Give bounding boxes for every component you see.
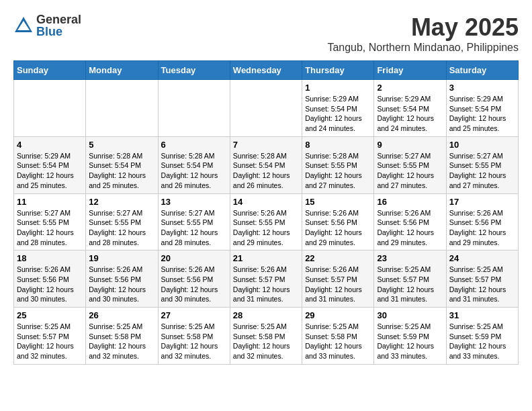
day-content: Sunrise: 5:25 AM Sunset: 5:57 PM Dayligh…: [17, 322, 83, 361]
calendar-cell: 23Sunrise: 5:25 AM Sunset: 5:57 PM Dayli…: [374, 250, 446, 308]
calendar-cell: [86, 80, 158, 137]
calendar-cell: 28Sunrise: 5:25 AM Sunset: 5:58 PM Dayli…: [230, 308, 302, 365]
calendar-cell: [14, 80, 86, 137]
calendar-cell: 2Sunrise: 5:29 AM Sunset: 5:54 PM Daylig…: [374, 80, 446, 137]
calendar-day-header: Wednesday: [230, 61, 302, 80]
calendar-cell: 30Sunrise: 5:25 AM Sunset: 5:59 PM Dayli…: [374, 308, 446, 365]
day-content: Sunrise: 5:27 AM Sunset: 5:55 PM Dayligh…: [89, 208, 154, 248]
calendar-cell: [158, 80, 230, 137]
calendar-cell: 14Sunrise: 5:26 AM Sunset: 5:55 PM Dayli…: [230, 193, 302, 250]
calendar-week-row: 25Sunrise: 5:25 AM Sunset: 5:57 PM Dayli…: [14, 308, 519, 365]
calendar-cell: 4Sunrise: 5:29 AM Sunset: 5:54 PM Daylig…: [14, 136, 86, 193]
day-number: 22: [305, 253, 371, 263]
calendar-cell: 9Sunrise: 5:27 AM Sunset: 5:55 PM Daylig…: [374, 136, 446, 193]
day-content: Sunrise: 5:26 AM Sunset: 5:56 PM Dayligh…: [89, 265, 154, 304]
calendar-cell: 22Sunrise: 5:26 AM Sunset: 5:57 PM Dayli…: [302, 250, 374, 308]
calendar-cell: 15Sunrise: 5:26 AM Sunset: 5:56 PM Dayli…: [302, 193, 374, 250]
logo-general: General: [36, 13, 81, 26]
day-number: 6: [161, 140, 227, 150]
location-title: Tangub, Northern Mindanao, Philippines: [327, 42, 519, 54]
day-number: 12: [89, 197, 154, 207]
day-content: Sunrise: 5:28 AM Sunset: 5:55 PM Dayligh…: [305, 151, 371, 191]
day-number: 5: [89, 140, 154, 150]
calendar-day-header: Saturday: [446, 61, 518, 80]
calendar-cell: 3Sunrise: 5:29 AM Sunset: 5:54 PM Daylig…: [446, 80, 518, 137]
day-content: Sunrise: 5:29 AM Sunset: 5:54 PM Dayligh…: [377, 94, 443, 134]
day-number: 31: [449, 310, 515, 320]
calendar-cell: 26Sunrise: 5:25 AM Sunset: 5:58 PM Dayli…: [86, 308, 158, 365]
logo-icon: [13, 15, 34, 36]
day-content: Sunrise: 5:25 AM Sunset: 5:59 PM Dayligh…: [377, 322, 443, 361]
day-number: 29: [305, 310, 371, 320]
calendar-cell: 16Sunrise: 5:26 AM Sunset: 5:56 PM Dayli…: [374, 193, 446, 250]
day-content: Sunrise: 5:27 AM Sunset: 5:55 PM Dayligh…: [161, 208, 227, 248]
day-content: Sunrise: 5:25 AM Sunset: 5:58 PM Dayligh…: [89, 322, 154, 361]
calendar-cell: 24Sunrise: 5:25 AM Sunset: 5:57 PM Dayli…: [446, 250, 518, 308]
day-content: Sunrise: 5:26 AM Sunset: 5:55 PM Dayligh…: [233, 208, 299, 248]
day-content: Sunrise: 5:25 AM Sunset: 5:58 PM Dayligh…: [305, 322, 371, 361]
day-content: Sunrise: 5:27 AM Sunset: 5:55 PM Dayligh…: [17, 208, 83, 248]
calendar-cell: 18Sunrise: 5:26 AM Sunset: 5:56 PM Dayli…: [14, 250, 86, 308]
day-content: Sunrise: 5:26 AM Sunset: 5:56 PM Dayligh…: [17, 265, 83, 304]
page-header: General Blue May 2025 Tangub, Northern M…: [13, 13, 519, 54]
calendar-day-header: Tuesday: [158, 61, 230, 80]
calendar-day-header: Thursday: [302, 61, 374, 80]
day-number: 9: [377, 140, 443, 150]
day-number: 21: [233, 253, 299, 263]
day-content: Sunrise: 5:25 AM Sunset: 5:58 PM Dayligh…: [233, 322, 299, 361]
calendar-cell: [230, 80, 302, 137]
calendar-cell: 20Sunrise: 5:26 AM Sunset: 5:56 PM Dayli…: [158, 250, 230, 308]
day-content: Sunrise: 5:27 AM Sunset: 5:55 PM Dayligh…: [377, 151, 443, 191]
day-content: Sunrise: 5:25 AM Sunset: 5:59 PM Dayligh…: [449, 322, 515, 361]
day-content: Sunrise: 5:27 AM Sunset: 5:55 PM Dayligh…: [449, 151, 515, 191]
calendar-cell: 10Sunrise: 5:27 AM Sunset: 5:55 PM Dayli…: [446, 136, 518, 193]
day-number: 18: [17, 253, 83, 263]
day-content: Sunrise: 5:29 AM Sunset: 5:54 PM Dayligh…: [305, 94, 371, 134]
calendar-cell: 11Sunrise: 5:27 AM Sunset: 5:55 PM Dayli…: [14, 193, 86, 250]
calendar-cell: 5Sunrise: 5:28 AM Sunset: 5:54 PM Daylig…: [86, 136, 158, 193]
day-number: 19: [89, 253, 154, 263]
day-content: Sunrise: 5:28 AM Sunset: 5:54 PM Dayligh…: [233, 151, 299, 191]
day-number: 1: [305, 83, 371, 93]
calendar-day-header: Friday: [374, 61, 446, 80]
calendar-cell: 25Sunrise: 5:25 AM Sunset: 5:57 PM Dayli…: [14, 308, 86, 365]
day-number: 4: [17, 140, 83, 150]
day-number: 14: [233, 197, 299, 207]
month-title: May 2025: [327, 13, 519, 42]
calendar-table: SundayMondayTuesdayWednesdayThursdayFrid…: [13, 60, 519, 365]
day-number: 15: [305, 197, 371, 207]
day-content: Sunrise: 5:26 AM Sunset: 5:56 PM Dayligh…: [377, 208, 443, 248]
day-number: 8: [305, 140, 371, 150]
calendar-cell: 6Sunrise: 5:28 AM Sunset: 5:54 PM Daylig…: [158, 136, 230, 193]
calendar-day-header: Sunday: [14, 61, 86, 80]
calendar-week-row: 1Sunrise: 5:29 AM Sunset: 5:54 PM Daylig…: [14, 80, 519, 137]
calendar-cell: 12Sunrise: 5:27 AM Sunset: 5:55 PM Dayli…: [86, 193, 158, 250]
calendar-cell: 8Sunrise: 5:28 AM Sunset: 5:55 PM Daylig…: [302, 136, 374, 193]
day-content: Sunrise: 5:26 AM Sunset: 5:56 PM Dayligh…: [449, 208, 515, 248]
calendar-cell: 1Sunrise: 5:29 AM Sunset: 5:54 PM Daylig…: [302, 80, 374, 137]
logo: General Blue: [13, 13, 81, 38]
day-number: 26: [89, 310, 154, 320]
calendar-cell: 19Sunrise: 5:26 AM Sunset: 5:56 PM Dayli…: [86, 250, 158, 308]
day-number: 2: [377, 83, 443, 93]
day-content: Sunrise: 5:26 AM Sunset: 5:56 PM Dayligh…: [305, 208, 371, 248]
logo-text: General Blue: [36, 13, 81, 38]
day-number: 3: [449, 83, 515, 93]
day-number: 25: [17, 310, 83, 320]
day-number: 28: [233, 310, 299, 320]
calendar-week-row: 11Sunrise: 5:27 AM Sunset: 5:55 PM Dayli…: [14, 193, 519, 250]
calendar-cell: 27Sunrise: 5:25 AM Sunset: 5:58 PM Dayli…: [158, 308, 230, 365]
day-number: 23: [377, 253, 443, 263]
logo-blue: Blue: [36, 26, 81, 38]
day-content: Sunrise: 5:25 AM Sunset: 5:57 PM Dayligh…: [377, 265, 443, 304]
calendar-cell: 7Sunrise: 5:28 AM Sunset: 5:54 PM Daylig…: [230, 136, 302, 193]
day-number: 10: [449, 140, 515, 150]
day-content: Sunrise: 5:28 AM Sunset: 5:54 PM Dayligh…: [89, 151, 154, 191]
day-number: 7: [233, 140, 299, 150]
day-number: 27: [161, 310, 227, 320]
calendar-header-row: SundayMondayTuesdayWednesdayThursdayFrid…: [14, 61, 519, 80]
day-content: Sunrise: 5:25 AM Sunset: 5:58 PM Dayligh…: [161, 322, 227, 361]
calendar-week-row: 4Sunrise: 5:29 AM Sunset: 5:54 PM Daylig…: [14, 136, 519, 193]
day-number: 11: [17, 197, 83, 207]
title-area: May 2025 Tangub, Northern Mindanao, Phil…: [327, 13, 519, 54]
